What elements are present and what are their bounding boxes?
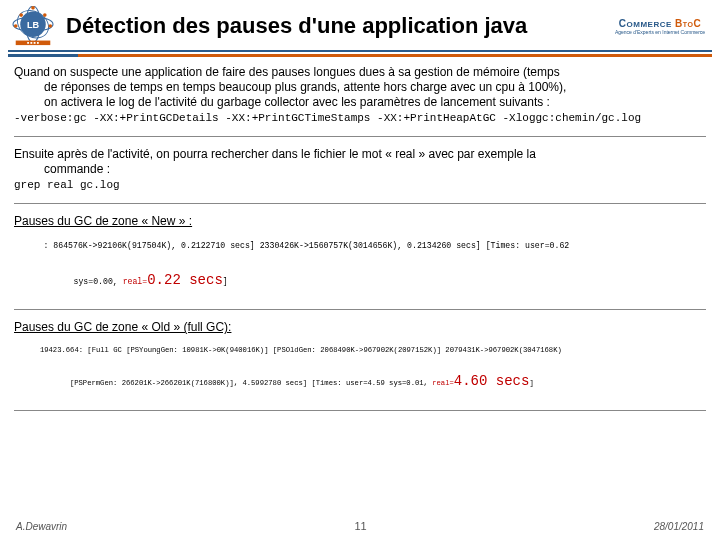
text: ] bbox=[223, 277, 228, 286]
header-bar: LB ■ ■ ■ ■ Détection des pauses d'une ap… bbox=[0, 0, 720, 50]
header-rule-2 bbox=[8, 54, 712, 57]
text: Quand on suspecte une application de fai… bbox=[14, 65, 560, 79]
separator bbox=[14, 136, 706, 137]
text: on activera le log de l'activité du garb… bbox=[14, 95, 550, 110]
grep-code: grep real gc.log bbox=[14, 179, 706, 193]
brand-text: C bbox=[619, 18, 627, 29]
footer-author: A.Dewavrin bbox=[16, 521, 67, 532]
svg-text:■ ■ ■ ■: ■ ■ ■ ■ bbox=[27, 41, 39, 45]
brand-sub: Agence d'Experts en Internet Commerce bbox=[615, 29, 705, 35]
real-value: 0.22 secs bbox=[147, 272, 223, 288]
header-rule bbox=[8, 50, 712, 52]
separator bbox=[14, 410, 706, 411]
text: ] bbox=[529, 379, 533, 387]
separator bbox=[14, 203, 706, 204]
svg-point-8 bbox=[31, 6, 35, 10]
intro-para: Quand on suspecte une application de fai… bbox=[14, 65, 706, 110]
gc-new-output: : 864576K->92106K(917504K), 0.2122710 se… bbox=[14, 231, 706, 262]
heading-new-gc: Pauses du GC de zone « New » : bbox=[14, 214, 706, 229]
separator bbox=[14, 309, 706, 310]
brand-text: TO bbox=[683, 21, 694, 28]
text: commande : bbox=[14, 162, 110, 177]
slide-title: Détection des pauses d'une application j… bbox=[66, 13, 600, 39]
text: : 864576K->92106K(917504K), 0.2122710 se… bbox=[43, 241, 569, 250]
svg-point-5 bbox=[43, 13, 47, 17]
logo-icon: LB ■ ■ ■ ■ bbox=[10, 6, 56, 46]
footer: A.Dewavrin 11 28/01/2011 bbox=[0, 520, 720, 532]
jvm-flags-code: -verbose:gc -XX:+PrintGCDetails -XX:+Pri… bbox=[14, 112, 706, 126]
then-para: Ensuite après de l'activité, on pourra r… bbox=[14, 147, 706, 177]
text: 19423.664: [Full GC [PSYoungGen: 10981K-… bbox=[40, 346, 562, 354]
brand-logo: COMMERCE BTOC Agence d'Experts en Intern… bbox=[610, 8, 710, 44]
svg-point-4 bbox=[19, 13, 23, 17]
footer-date: 28/01/2011 bbox=[654, 521, 704, 532]
text: [PSPermGen: 266201K->266201K(716800K)], … bbox=[70, 379, 432, 387]
text: sys=0.00, bbox=[73, 277, 122, 286]
gc-old-output-2: [PSPermGen: 266201K->266201K(716800K)], … bbox=[14, 364, 706, 400]
brand-text: B bbox=[672, 18, 683, 29]
text: real= bbox=[123, 277, 148, 286]
brand-text: C bbox=[693, 18, 701, 29]
heading-old-gc: Pauses du GC de zone « Old » (full GC): bbox=[14, 320, 706, 335]
real-value: 4.60 secs bbox=[454, 373, 530, 389]
text: real= bbox=[432, 379, 454, 387]
text: de réponses de temps en temps beaucoup p… bbox=[14, 80, 566, 95]
gc-new-output-2: sys=0.00, real=0.22 secs] bbox=[14, 261, 706, 299]
brand-text: OMMERCE bbox=[627, 20, 672, 29]
gc-old-output: 19423.664: [Full GC [PSYoungGen: 10981K-… bbox=[14, 337, 706, 364]
slide-body: Quand on suspecte une application de fai… bbox=[0, 65, 720, 411]
svg-point-6 bbox=[14, 24, 18, 28]
slide: LB ■ ■ ■ ■ Détection des pauses d'une ap… bbox=[0, 0, 720, 540]
svg-point-7 bbox=[48, 24, 52, 28]
text: Ensuite après de l'activité, on pourra r… bbox=[14, 147, 536, 161]
footer-page: 11 bbox=[354, 520, 366, 532]
svg-text:LB: LB bbox=[27, 20, 40, 30]
